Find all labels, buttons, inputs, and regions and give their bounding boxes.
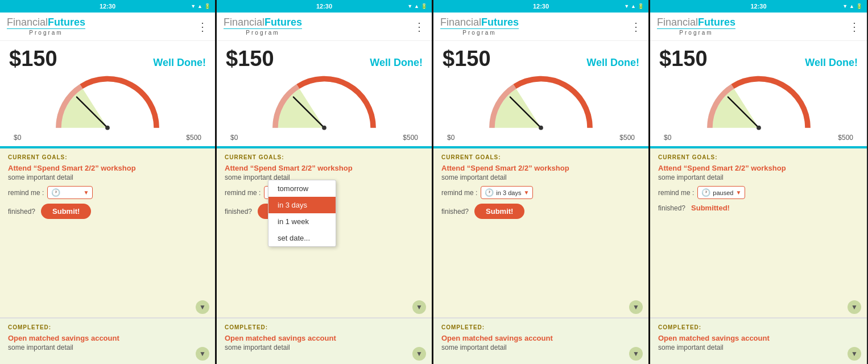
goal-link[interactable]: Attend “Spend Smart 2/2” workshop [8, 164, 207, 172]
battery-icon: 🔋 [421, 3, 427, 9]
goals-section-title: CURRENT GOALS: [441, 154, 640, 160]
gauge-header: $150 Well Done! [443, 47, 639, 71]
chevron-down-icon: ▼ [735, 189, 741, 196]
status-icons: ▼ ▲ 🔋 [624, 3, 644, 9]
status-time: 12:30 [750, 3, 766, 10]
status-bar: 12:30 ▼ ▲ 🔋 [217, 0, 432, 13]
submit-button[interactable]: Submit! [474, 204, 524, 219]
gauge-container [659, 73, 858, 136]
gauge-container [9, 73, 206, 136]
completed-link[interactable]: Open matched savings account [658, 334, 859, 342]
remind-select[interactable]: 🕐 ▼ [47, 186, 93, 199]
gauge-welldone: Well Done! [370, 57, 423, 69]
gauge-header: $150 Well Done! [9, 47, 206, 71]
phone-panel-3: 12:30 ▼ ▲ 🔋 FinancialFutures Program ⋮ $… [433, 0, 650, 364]
dropdown-menu: tomorrowin 3 daysin 1 weekset date... [268, 180, 336, 247]
completed-section-title: COMPLETED: [441, 324, 640, 330]
signal-icon: ▲ [197, 3, 202, 9]
expand-goals-button[interactable]: ▼ [412, 300, 426, 314]
gauge-header: $150 Well Done! [659, 47, 858, 71]
status-time: 12:30 [316, 3, 332, 10]
completed-section: COMPLETED: Open matched savings account … [433, 318, 648, 364]
app-header: FinancialFutures Program ⋮ [433, 13, 648, 41]
gauge-welldone: Well Done! [153, 57, 206, 69]
expand-completed-button[interactable]: ▼ [196, 347, 209, 361]
gauge-container [443, 73, 639, 136]
wifi-icon: ▼ [624, 3, 629, 9]
status-time: 12:30 [100, 3, 115, 10]
goal-link[interactable]: Attend “Spend Smart 2/2” workshop [441, 164, 640, 172]
remind-select-value: in 3 days [496, 189, 521, 196]
gauge-container [226, 73, 423, 136]
completed-section: COMPLETED: Open matched savings account … [217, 318, 432, 364]
goals-section-title: CURRENT GOALS: [658, 154, 859, 160]
completed-section: COMPLETED: Open matched savings account … [0, 318, 215, 364]
expand-goals-button[interactable]: ▼ [629, 300, 643, 314]
gauge-section: $150 Well Done! $0 $500 [650, 41, 867, 148]
clock-icon: 🕐 [51, 188, 60, 197]
completed-detail: some important detail [225, 344, 424, 351]
menu-button[interactable]: ⋮ [197, 20, 208, 34]
signal-icon: ▲ [414, 3, 419, 9]
logo-text: FinancialFutures [657, 17, 735, 27]
remind-label: remind me : [658, 189, 694, 197]
expand-completed-button[interactable]: ▼ [629, 347, 643, 361]
battery-icon: 🔋 [638, 3, 644, 9]
completed-detail: some important detail [441, 344, 640, 351]
goal-detail: some important detail [658, 173, 859, 181]
gauge-section: $150 Well Done! $0 $500 [217, 41, 432, 148]
goals-section-title: CURRENT GOALS: [8, 154, 207, 160]
remind-select[interactable]: 🕐 in 3 days ▼ [481, 186, 533, 199]
completed-section-title: COMPLETED: [225, 324, 424, 330]
gauge-welldone: Well Done! [586, 57, 639, 69]
app-header: FinancialFutures Program ⋮ [650, 13, 867, 41]
finished-label: finished? [658, 204, 685, 212]
completed-link[interactable]: Open matched savings account [441, 334, 640, 342]
finished-row: finished? Submitted! [658, 204, 859, 212]
remind-row: remind me : 🕐 ▼ [8, 186, 207, 199]
chevron-down-icon: ▼ [523, 189, 529, 196]
status-bar: 12:30 ▼ ▲ 🔋 [650, 0, 867, 13]
finished-label: finished? [225, 208, 252, 216]
signal-icon: ▲ [631, 3, 636, 9]
clock-icon: 🕐 [485, 188, 494, 197]
status-icons: ▼ ▲ 🔋 [407, 3, 427, 9]
menu-button[interactable]: ⋮ [414, 20, 425, 34]
expand-goals-button[interactable]: ▼ [848, 300, 861, 314]
logo-futures: Futures [698, 16, 735, 28]
completed-section-title: COMPLETED: [8, 324, 207, 330]
dropdown-option[interactable]: tomorrow [268, 180, 336, 197]
remind-select[interactable]: 🕐 paused ▼ [697, 186, 745, 199]
goals-section: CURRENT GOALS: Attend “Spend Smart 2/2” … [433, 148, 648, 318]
goal-link[interactable]: Attend “Spend Smart 2/2” workshop [658, 164, 859, 172]
remind-label: remind me : [225, 189, 261, 197]
dropdown-option[interactable]: set date... [268, 230, 336, 246]
chevron-down-icon: ▼ [83, 189, 89, 196]
wifi-icon: ▼ [191, 3, 196, 9]
remind-select-value: paused [713, 189, 733, 196]
svg-point-7 [757, 126, 761, 130]
menu-button[interactable]: ⋮ [630, 20, 642, 34]
logo-area: FinancialFutures Program [224, 17, 302, 36]
status-bar: 12:30 ▼ ▲ 🔋 [0, 0, 215, 13]
status-bar: 12:30 ▼ ▲ 🔋 [433, 0, 648, 13]
phone-panel-1: 12:30 ▼ ▲ 🔋 FinancialFutures Program ⋮ $… [0, 0, 217, 364]
goal-link[interactable]: Attend “Spend Smart 2/2” workshop [225, 164, 424, 172]
dropdown-option[interactable]: in 1 week [268, 213, 336, 230]
gauge-section: $150 Well Done! $0 $500 [433, 41, 648, 148]
finished-label: finished? [8, 208, 35, 216]
menu-button[interactable]: ⋮ [849, 20, 860, 34]
gauge-amount: $150 [226, 47, 274, 71]
submit-button[interactable]: Submit! [41, 204, 91, 219]
dropdown-option[interactable]: in 3 days [268, 197, 336, 213]
expand-completed-button[interactable]: ▼ [848, 347, 861, 361]
logo-financial: Financial [440, 16, 481, 28]
completed-link[interactable]: Open matched savings account [8, 334, 207, 342]
completed-link[interactable]: Open matched savings account [225, 334, 424, 342]
expand-goals-button[interactable]: ▼ [196, 300, 209, 314]
expand-completed-button[interactable]: ▼ [412, 347, 426, 361]
wifi-icon: ▼ [842, 3, 848, 9]
remind-row: remind me : 🕐 in 3 days ▼ [441, 186, 640, 199]
logo-text: FinancialFutures [440, 17, 519, 27]
remind-row: remind me : 🕐 paused ▼ [658, 186, 859, 199]
